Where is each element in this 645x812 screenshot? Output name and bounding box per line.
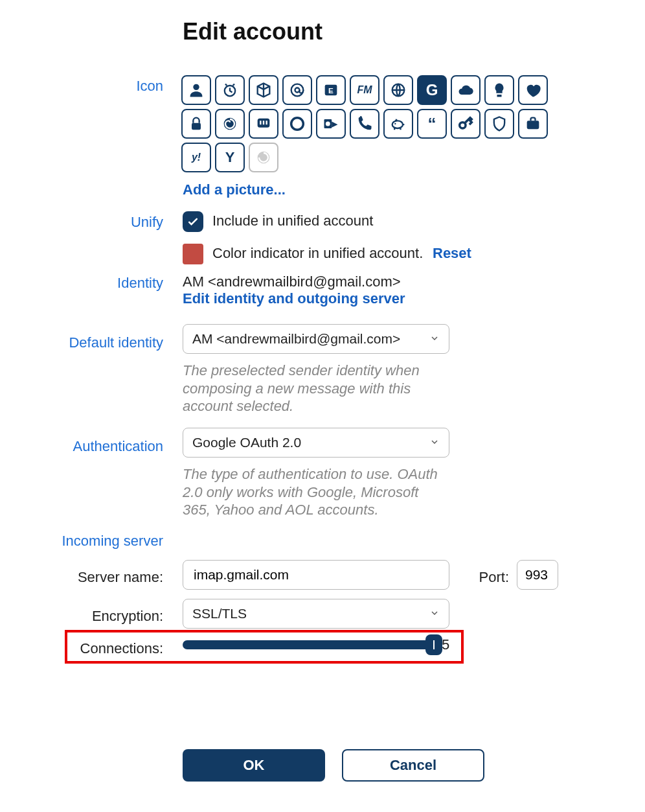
outlook-icon[interactable] (316, 109, 346, 139)
label-icon: Icon (0, 78, 163, 95)
yahoo-icon[interactable]: y! (181, 143, 211, 172)
default-identity-select[interactable]: AM <andrewmailbird@gmail.com> (183, 324, 449, 354)
globe-icon[interactable] (383, 75, 413, 105)
clock-icon[interactable] (215, 75, 245, 105)
svg-point-13 (326, 122, 330, 126)
svg-point-14 (392, 121, 403, 128)
svg-rect-7 (497, 95, 502, 97)
chevron-down-icon (429, 435, 440, 450)
server-name-input-wrap[interactable] (183, 560, 449, 590)
default-identity-value: AM <andrewmailbird@gmail.com> (192, 331, 400, 347)
circle-icon[interactable] (282, 109, 312, 139)
identity-value: AM <andrewmailbird@gmail.com> (183, 273, 401, 290)
svg-point-15 (394, 123, 396, 124)
piggy-icon[interactable] (383, 109, 413, 139)
reset-color-link[interactable]: Reset (433, 245, 471, 262)
bulb-icon[interactable] (484, 75, 514, 105)
quote-icon[interactable]: “ (417, 109, 447, 139)
ok-button[interactable]: OK (183, 749, 325, 782)
lock-icon[interactable] (181, 109, 211, 139)
key-icon[interactable] (451, 109, 481, 139)
annotation-highlight (65, 630, 464, 664)
cancel-button[interactable]: Cancel (342, 749, 484, 782)
label-encryption: Encryption: (0, 608, 163, 625)
label-identity: Identity (0, 275, 163, 292)
at-icon[interactable] (282, 75, 312, 105)
shield-icon[interactable] (484, 109, 514, 139)
cloud-icon[interactable] (451, 75, 481, 105)
edit-identity-link[interactable]: Edit identity and outgoing server (183, 290, 405, 307)
mastodon-icon[interactable] (249, 109, 278, 139)
briefcase-icon[interactable] (518, 109, 548, 139)
check-icon (187, 215, 199, 228)
svg-text:E: E (328, 86, 334, 95)
exchange-icon[interactable]: E (316, 75, 346, 105)
color-indicator-swatch[interactable] (183, 244, 203, 264)
google-icon[interactable]: G (417, 75, 447, 105)
port-input[interactable] (524, 566, 551, 583)
label-authentication: Authentication (0, 438, 163, 455)
svg-point-0 (193, 84, 199, 90)
authentication-value: Google OAuth 2.0 (192, 435, 301, 450)
label-port: Port: (460, 569, 509, 586)
label-unify: Unify (0, 214, 163, 231)
svg-point-11 (291, 118, 304, 130)
color-indicator-label: Color indicator in unified account. (212, 245, 423, 262)
svg-rect-17 (527, 121, 539, 129)
include-unified-checkbox[interactable] (183, 211, 203, 232)
spiral-icon[interactable] (215, 109, 245, 139)
svg-point-2 (291, 84, 304, 97)
label-incoming-server: Incoming server (0, 533, 163, 550)
svg-rect-8 (192, 123, 201, 130)
default-identity-hint: The preselected sender identity when com… (183, 362, 442, 415)
y-icon[interactable]: Y (215, 143, 245, 172)
encryption-value: SSL/TLS (192, 606, 247, 621)
authentication-hint: The type of authentication to use. OAuth… (183, 465, 449, 519)
fastmail-icon[interactable]: FM (350, 75, 379, 105)
chevron-down-icon (429, 331, 440, 347)
icon-palette: E FM G “ y! Y (181, 75, 557, 172)
authentication-select[interactable]: Google OAuth 2.0 (183, 428, 449, 458)
encryption-select[interactable]: SSL/TLS (183, 599, 449, 629)
page-title: Edit account (183, 18, 322, 45)
server-name-input[interactable] (192, 566, 440, 583)
port-input-wrap[interactable] (517, 560, 558, 590)
label-server-name: Server name: (0, 569, 163, 586)
label-default-identity: Default identity (0, 334, 163, 351)
cube-icon[interactable] (249, 75, 278, 105)
phone-icon[interactable] (350, 109, 379, 139)
person-icon[interactable] (181, 75, 211, 105)
include-unified-label: Include in unified account (212, 213, 373, 229)
add-picture-link[interactable]: Add a picture... (183, 181, 286, 198)
disabled-icon[interactable] (249, 143, 278, 172)
svg-point-16 (460, 122, 466, 128)
heart-icon[interactable] (518, 75, 548, 105)
chevron-down-icon (429, 606, 440, 621)
